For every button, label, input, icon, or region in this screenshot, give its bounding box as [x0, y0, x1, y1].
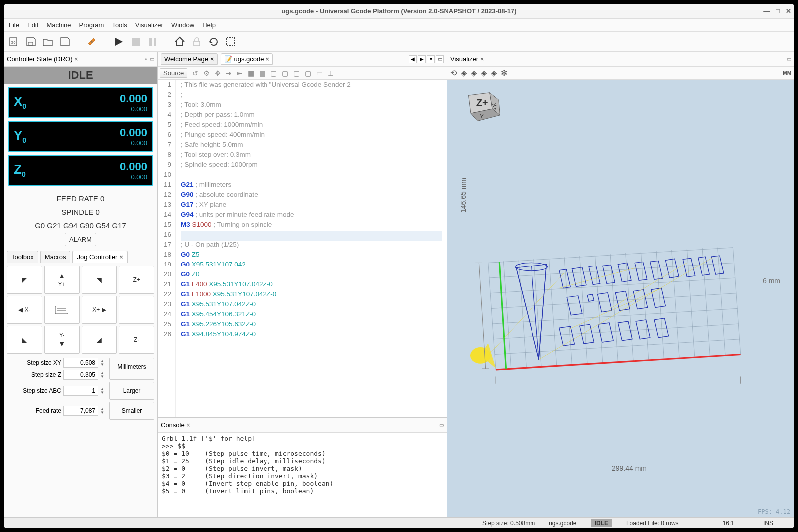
code-line[interactable]: ; Safe height: 5.0mm — [181, 141, 442, 151]
menu-window[interactable]: Window — [171, 21, 194, 29]
lock-icon[interactable] — [191, 36, 203, 48]
jog-y-minus[interactable]: Y-▼ — [44, 326, 80, 354]
icon[interactable]: ▢ — [282, 69, 288, 77]
menu-file[interactable]: File — [9, 21, 19, 29]
code-line[interactable]: G0 X95.531Y107.042 — [181, 261, 442, 270]
outdent-icon[interactable]: ⇤ — [237, 69, 243, 77]
cube-icon[interactable]: ◈ — [491, 68, 497, 78]
reset-view-icon[interactable]: ⟲ — [450, 68, 457, 78]
tab-next[interactable]: ▶ — [418, 55, 426, 63]
step-xy-input[interactable] — [63, 358, 98, 368]
settings-icon[interactable]: ✻ — [501, 68, 507, 78]
pause-icon[interactable] — [147, 36, 159, 48]
visualizer-canvas[interactable]: Z+ X+ Y- — [447, 80, 794, 517]
larger-button[interactable]: Larger — [109, 382, 154, 400]
code-line[interactable]: G1 X95.531Y107.042Z-0 — [181, 300, 442, 310]
gear-icon[interactable]: ⚙ — [203, 69, 210, 77]
menu-program[interactable]: Program — [79, 21, 104, 29]
code-line[interactable]: G1 F400 X95.531Y107.042Z-0 — [181, 280, 442, 290]
tab-macros[interactable]: Macros — [40, 251, 71, 263]
new-file-icon[interactable]: G0 — [8, 36, 20, 48]
code-line[interactable] — [181, 171, 442, 181]
jog-z-minus[interactable]: Z- — [119, 326, 154, 354]
console-output[interactable]: Grbl 1.1f ['$' for help] >>> $$ $0 = 10 … — [158, 433, 447, 517]
code-line[interactable]: ; Spindle speed: 1000rpm — [181, 161, 442, 171]
jog-diag-se[interactable]: ◢ — [82, 326, 117, 354]
dock-icon[interactable]: ▫ — [145, 56, 147, 62]
icon[interactable]: ▦ — [248, 69, 254, 77]
cube-icon[interactable]: ◈ — [481, 68, 487, 78]
tab-gcode-file[interactable]: 📝 ugs.gcode × — [221, 53, 273, 65]
code-line[interactable]: G90 ; absolute coordinate — [181, 191, 442, 201]
code-line[interactable]: G1 X95.226Y105.632Z-0 — [181, 320, 442, 330]
units-button[interactable]: Millimeters — [109, 358, 154, 380]
close-button[interactable]: ✕ — [786, 7, 791, 15]
code-line[interactable]: G1 F1000 X95.531Y107.042Z-0 — [181, 290, 442, 300]
icon[interactable]: ▦ — [259, 69, 266, 77]
reset-icon[interactable] — [208, 36, 220, 48]
tab-prev[interactable]: ◀ — [409, 55, 417, 63]
dro-axis-z[interactable]: Z00.0000.000 — [8, 155, 153, 186]
code-line[interactable]: G1 X94.845Y104.974Z-0 — [181, 330, 442, 340]
close-icon[interactable]: × — [74, 56, 78, 63]
alarm-button[interactable]: ALARM — [65, 233, 96, 246]
play-icon[interactable] — [113, 36, 125, 48]
stop-icon[interactable] — [130, 36, 142, 48]
tab-welcome[interactable]: Welcome Page × — [161, 53, 218, 65]
icon[interactable]: ⊥ — [328, 69, 334, 77]
home-icon[interactable] — [174, 36, 186, 48]
dock-icon[interactable]: ▭ — [439, 422, 444, 428]
code-line[interactable]: G21 ; millimeters — [181, 181, 442, 191]
outline-icon[interactable] — [225, 36, 237, 48]
code-line[interactable]: G0 Z5 — [181, 251, 442, 261]
open-icon[interactable] — [42, 36, 54, 48]
code-line[interactable]: ; Plunge speed: 400mm/min — [181, 131, 442, 141]
jog-z-plus[interactable]: Z+ — [119, 266, 154, 294]
code-line[interactable]: G94 ; units per minute feed rate mode — [181, 211, 442, 221]
menu-visualizer[interactable]: Visualizer — [135, 21, 163, 29]
jog-diag-sw[interactable]: ◣ — [7, 326, 42, 354]
code-line[interactable]: M3 S1000 ; Turning on spindle — [181, 221, 442, 231]
step-abc-input[interactable] — [63, 386, 98, 396]
menu-machine[interactable]: Machine — [46, 21, 71, 29]
connect-icon[interactable] — [86, 36, 98, 48]
save-icon[interactable] — [25, 36, 37, 48]
cube-icon[interactable]: ◈ — [471, 68, 477, 78]
code-line[interactable]: ; Tool step over: 0.3mm — [181, 151, 442, 161]
code-line[interactable]: G1 X95.454Y106.321Z-0 — [181, 310, 442, 320]
step-z-input[interactable] — [63, 370, 98, 380]
code-line[interactable]: ; Tool: 3.0mm — [181, 101, 442, 111]
dro-axis-x[interactable]: X00.0000.000 — [8, 87, 153, 118]
close-icon[interactable]: × — [119, 253, 123, 261]
menu-edit[interactable]: Edit — [27, 21, 38, 29]
icon[interactable]: ▢ — [293, 69, 300, 77]
jog-x-plus[interactable]: X+ ▶ — [82, 296, 117, 324]
source-button[interactable]: Source — [160, 68, 187, 78]
close-icon[interactable]: × — [210, 55, 214, 63]
close-icon[interactable]: × — [187, 422, 190, 429]
tab-list[interactable]: ▾ — [427, 55, 435, 63]
icon[interactable]: ▢ — [305, 69, 311, 77]
close-icon[interactable]: × — [480, 56, 484, 63]
code-line[interactable]: ; This file was generated with "Universa… — [181, 81, 442, 91]
code-line[interactable]: ; U - On path (1/25) — [181, 241, 442, 251]
jog-diag-nw[interactable]: ◤ — [7, 266, 42, 294]
jog-y-plus[interactable]: ▲Y+ — [44, 266, 80, 294]
maximize-button[interactable]: □ — [776, 7, 780, 15]
icon[interactable]: ▢ — [270, 69, 277, 77]
tab-max[interactable]: ▭ — [436, 55, 444, 63]
menu-tools[interactable]: Tools — [112, 21, 127, 29]
jog-diag-ne[interactable]: ◥ — [82, 266, 117, 294]
cube-icon[interactable]: ◈ — [461, 68, 467, 78]
smaller-button[interactable]: Smaller — [109, 402, 154, 420]
dock-icon[interactable]: ▭ — [150, 56, 154, 62]
close-icon[interactable]: × — [266, 55, 270, 63]
code-line[interactable]: ; Depth per pass: 1.0mm — [181, 111, 442, 121]
orientation-cube[interactable]: Z+ X+ Y- — [457, 87, 502, 132]
save-as-icon[interactable] — [59, 36, 71, 48]
history-icon[interactable]: ↺ — [192, 69, 198, 77]
indent-icon[interactable]: ⇥ — [226, 69, 232, 77]
dock-icon[interactable]: ▭ — [787, 56, 791, 62]
jog-keyboard[interactable] — [44, 296, 80, 324]
tab-toolbox[interactable]: Toolbox — [7, 251, 38, 263]
